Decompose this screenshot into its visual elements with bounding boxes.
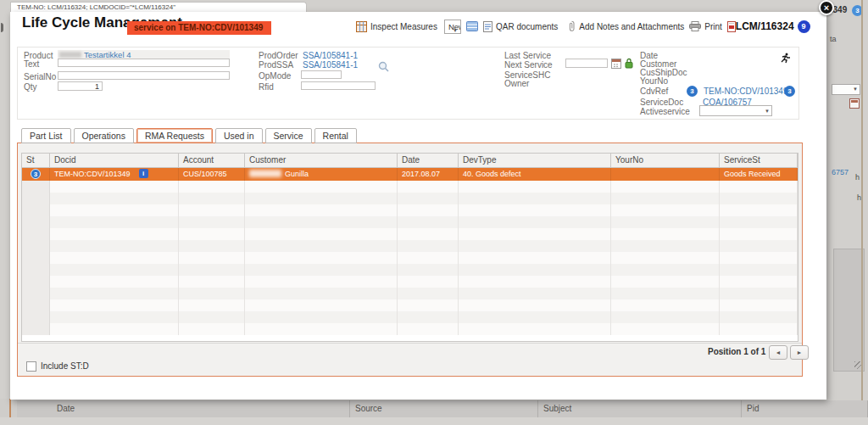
activeservice-label: Activeservice [640,107,690,116]
tab-rma-requests[interactable]: RMA Requests [136,128,213,143]
background-textarea[interactable] [833,249,865,372]
column-header-st[interactable]: St [22,154,50,167]
table-row-empty [22,288,798,299]
print-button[interactable]: Print [704,22,722,31]
empty-cell [179,204,245,216]
lcm-dialog: Life Cycle Management ▴ service on TEM-N… [10,12,826,400]
empty-cell [179,264,245,276]
product-link[interactable]: Testartikkel 4 [84,50,131,59]
screen: 1349 3 ta 6757 h h DateSourceSubjectPid … [0,0,868,425]
background-window-border [861,0,863,425]
text-input[interactable] [58,59,230,67]
qar-documents-button[interactable]: QAR documents [496,22,558,31]
empty-cell [611,193,720,204]
add-notes-attachments-button[interactable]: Add Notes and Attachments [579,22,684,31]
column-header-docid[interactable]: Docid [50,154,179,167]
empty-cell [50,288,179,299]
runner-icon[interactable] [780,53,791,64]
pdf-icon[interactable] [727,21,736,32]
measure-thread-dropdown[interactable]: New Measure THREAD [444,20,461,34]
table-header-row: StDocidAccountCustomerDateDevTypeYourNoS… [22,154,798,168]
cell-st: 3 [22,168,50,181]
service-banner: service on TEM-NO:CDV/101349 [127,21,271,35]
background-column-header-date: Date [17,400,350,417]
qar-document-icon[interactable] [483,21,492,32]
background-column-header-source: Source [350,400,538,417]
empty-cell [50,299,179,311]
empty-cell [22,204,50,216]
paperclip-icon[interactable] [568,20,576,32]
text-label: Text [24,59,39,69]
tab-operations[interactable]: Operations [74,128,134,143]
tab-part-list[interactable]: Part List [21,128,71,143]
empty-cell [611,216,720,228]
empty-cell [398,288,459,299]
next-page-button[interactable]: ► [790,345,809,360]
table-row[interactable]: 3 TEM-NO:CDV/101349i CUS/100785 Gunilla … [22,168,798,181]
empty-cell [720,323,798,335]
table-row-empty [22,252,798,264]
empty-cell [22,240,50,252]
serialno-input[interactable] [58,71,230,80]
tab-rental[interactable]: Rental [314,128,357,143]
empty-cell [459,311,611,323]
empty-cell [22,311,50,323]
cdvref-link[interactable]: TEM-NO:CDV/101349 [704,87,787,96]
tab-service[interactable]: Service [265,128,312,143]
rfid-input[interactable] [301,81,376,90]
empty-cell [179,288,245,299]
window-edge-mark [1,23,3,32]
last-service-label: Last Service [504,51,551,60]
empty-cell [720,216,798,228]
empty-cell [179,299,245,311]
search-icon[interactable] [378,61,389,72]
info-icon[interactable]: i [139,169,148,178]
empty-cell [22,193,50,204]
apply-measure-icon[interactable] [466,21,478,31]
empty-cell [179,323,245,335]
empty-cell [245,288,398,299]
prodssa-link[interactable]: SSA/105841-1 [303,60,358,70]
rma-table: StDocidAccountCustomerDateDevTypeYourNoS… [21,153,798,342]
empty-cell [245,276,398,288]
close-button[interactable]: × [819,0,834,15]
column-header-servicest[interactable]: ServiceSt [720,154,798,167]
empty-cell [179,181,245,193]
prodorder-link[interactable]: SSA/105841-1 [303,51,358,60]
empty-cell [179,228,245,240]
empty-cell [245,216,398,228]
cdvref-count-badge-right[interactable]: 3 [784,86,795,97]
cdvref-count-badge[interactable]: 3 [687,86,698,97]
column-header-date[interactable]: Date [398,154,459,167]
tab-used-in[interactable]: Used in [215,128,263,143]
serialno-label: SerialNo [24,72,56,81]
empty-cell [398,240,459,252]
table-row-empty [22,204,798,216]
background-text-fragment: ta [830,35,837,43]
calendar-icon[interactable] [611,59,621,69]
column-header-yourno[interactable]: YourNo [611,154,720,167]
empty-cell [611,240,720,252]
qty-input[interactable] [58,81,103,91]
empty-cell [720,228,798,240]
next-service-input[interactable] [565,59,608,68]
document-count-badge[interactable]: 9 [798,20,810,33]
opmode-input[interactable] [301,70,342,79]
include-std-checkbox[interactable] [26,361,36,372]
column-header-account[interactable]: Account [179,154,245,167]
empty-cell [50,264,179,276]
background-grid-header: DateSourceSubjectPid [17,400,868,417]
prev-page-button[interactable]: ◄ [769,345,787,360]
activeservice-dropdown[interactable] [699,105,772,116]
empty-cell [179,216,245,228]
lock-icon[interactable] [624,58,634,69]
empty-cell [245,264,398,276]
background-dropdown[interactable] [832,84,860,95]
column-header-customer[interactable]: Customer [245,154,398,167]
inspect-measures-button[interactable]: Inspect Measures [370,22,437,31]
measures-grid-icon[interactable] [356,21,367,32]
printer-icon[interactable] [689,21,701,31]
cell-docid: TEM-NO:CDV/101349i [50,168,179,181]
column-header-devtype[interactable]: DevType [459,154,611,167]
background-calendar-icon[interactable] [849,98,860,109]
